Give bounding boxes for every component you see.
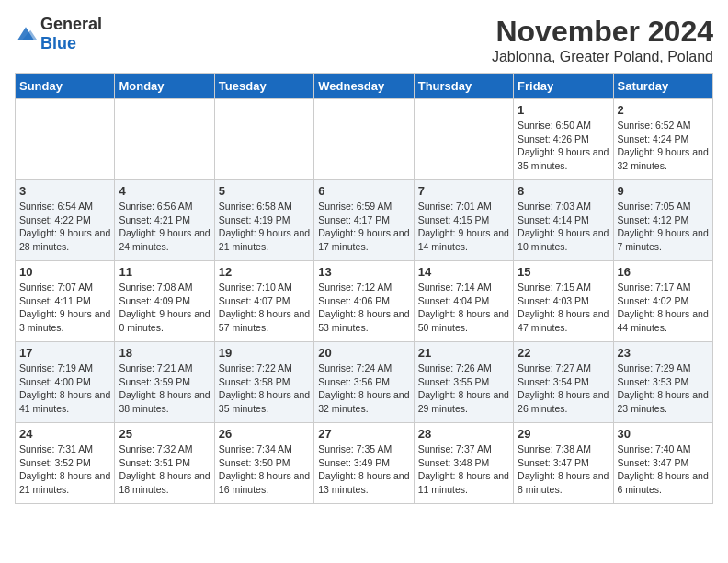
day-number: 4: [119, 184, 210, 198]
day-number: 6: [318, 184, 409, 198]
calendar-cell: 6Sunrise: 6:59 AM Sunset: 4:17 PM Daylig…: [314, 180, 414, 261]
calendar-cell: 30Sunrise: 7:40 AM Sunset: 3:47 PM Dayli…: [613, 423, 712, 504]
calendar-cell: 17Sunrise: 7:19 AM Sunset: 4:00 PM Dayli…: [16, 342, 115, 423]
calendar-cell: 24Sunrise: 7:31 AM Sunset: 3:52 PM Dayli…: [16, 423, 115, 504]
logo: General Blue: [15, 15, 102, 53]
day-info: Sunrise: 7:32 AM Sunset: 3:51 PM Dayligh…: [119, 442, 210, 497]
title-block: November 2024 Jablonna, Greater Poland, …: [492, 15, 713, 65]
day-number: 5: [219, 184, 310, 198]
day-number: 2: [618, 103, 709, 117]
day-info: Sunrise: 7:38 AM Sunset: 3:47 PM Dayligh…: [518, 442, 609, 497]
day-info: Sunrise: 7:03 AM Sunset: 4:14 PM Dayligh…: [518, 200, 609, 254]
day-number: 20: [318, 346, 409, 360]
day-info: Sunrise: 7:37 AM Sunset: 3:48 PM Dayligh…: [418, 442, 509, 497]
day-info: Sunrise: 7:35 AM Sunset: 3:49 PM Dayligh…: [318, 442, 409, 497]
calendar-cell: 18Sunrise: 7:21 AM Sunset: 3:59 PM Dayli…: [115, 342, 214, 423]
calendar-cell: [414, 99, 513, 180]
calendar-week-row: 1Sunrise: 6:50 AM Sunset: 4:26 PM Daylig…: [16, 99, 713, 180]
day-info: Sunrise: 7:10 AM Sunset: 4:07 PM Dayligh…: [219, 281, 310, 335]
logo-general: General: [40, 15, 102, 33]
day-number: 23: [618, 346, 709, 360]
day-number: 3: [19, 184, 110, 198]
day-info: Sunrise: 7:40 AM Sunset: 3:47 PM Dayligh…: [618, 442, 709, 497]
day-info: Sunrise: 6:52 AM Sunset: 4:24 PM Dayligh…: [618, 119, 709, 173]
day-info: Sunrise: 7:17 AM Sunset: 4:02 PM Dayligh…: [618, 281, 709, 335]
day-info: Sunrise: 7:29 AM Sunset: 3:53 PM Dayligh…: [618, 362, 709, 416]
calendar-cell: 13Sunrise: 7:12 AM Sunset: 4:06 PM Dayli…: [314, 261, 414, 342]
day-info: Sunrise: 6:50 AM Sunset: 4:26 PM Dayligh…: [518, 119, 609, 173]
calendar-cell: 27Sunrise: 7:35 AM Sunset: 3:49 PM Dayli…: [314, 423, 414, 504]
day-info: Sunrise: 6:58 AM Sunset: 4:19 PM Dayligh…: [219, 200, 310, 254]
calendar-cell: 21Sunrise: 7:26 AM Sunset: 3:55 PM Dayli…: [414, 342, 513, 423]
calendar-cell: [115, 99, 214, 180]
day-info: Sunrise: 6:54 AM Sunset: 4:22 PM Dayligh…: [19, 200, 110, 254]
col-wednesday: Wednesday: [314, 74, 414, 99]
day-number: 12: [219, 265, 310, 279]
calendar-cell: [214, 99, 313, 180]
calendar-cell: 2Sunrise: 6:52 AM Sunset: 4:24 PM Daylig…: [613, 99, 712, 180]
calendar-cell: 23Sunrise: 7:29 AM Sunset: 3:53 PM Dayli…: [613, 342, 712, 423]
page-header: General Blue November 2024 Jablonna, Gre…: [15, 15, 713, 65]
calendar-table: Sunday Monday Tuesday Wednesday Thursday…: [15, 73, 713, 504]
month-title: November 2024: [492, 15, 713, 49]
calendar-cell: 15Sunrise: 7:15 AM Sunset: 4:03 PM Dayli…: [514, 261, 613, 342]
day-info: Sunrise: 7:22 AM Sunset: 3:58 PM Dayligh…: [219, 362, 310, 416]
calendar-header-row: Sunday Monday Tuesday Wednesday Thursday…: [16, 74, 713, 99]
day-number: 19: [219, 346, 310, 360]
col-thursday: Thursday: [414, 74, 513, 99]
calendar-cell: 14Sunrise: 7:14 AM Sunset: 4:04 PM Dayli…: [414, 261, 513, 342]
day-number: 16: [618, 265, 709, 279]
calendar-cell: 4Sunrise: 6:56 AM Sunset: 4:21 PM Daylig…: [115, 180, 214, 261]
calendar-cell: 3Sunrise: 6:54 AM Sunset: 4:22 PM Daylig…: [16, 180, 115, 261]
col-friday: Friday: [514, 74, 613, 99]
col-saturday: Saturday: [613, 74, 712, 99]
day-number: 15: [518, 265, 609, 279]
day-info: Sunrise: 7:14 AM Sunset: 4:04 PM Dayligh…: [418, 281, 509, 335]
calendar-cell: 12Sunrise: 7:10 AM Sunset: 4:07 PM Dayli…: [214, 261, 313, 342]
day-info: Sunrise: 7:24 AM Sunset: 3:56 PM Dayligh…: [318, 362, 409, 416]
calendar-cell: 7Sunrise: 7:01 AM Sunset: 4:15 PM Daylig…: [414, 180, 513, 261]
calendar-cell: 22Sunrise: 7:27 AM Sunset: 3:54 PM Dayli…: [514, 342, 613, 423]
calendar-cell: 19Sunrise: 7:22 AM Sunset: 3:58 PM Dayli…: [214, 342, 313, 423]
day-number: 9: [618, 184, 709, 198]
day-number: 24: [19, 427, 110, 441]
day-number: 11: [119, 265, 210, 279]
day-number: 21: [418, 346, 509, 360]
day-info: Sunrise: 7:12 AM Sunset: 4:06 PM Dayligh…: [318, 281, 409, 335]
day-number: 10: [19, 265, 110, 279]
day-number: 25: [119, 427, 210, 441]
day-number: 1: [518, 103, 609, 117]
day-number: 18: [119, 346, 210, 360]
day-number: 7: [418, 184, 509, 198]
col-sunday: Sunday: [16, 74, 115, 99]
day-number: 27: [318, 427, 409, 441]
calendar-cell: 29Sunrise: 7:38 AM Sunset: 3:47 PM Dayli…: [514, 423, 613, 504]
day-number: 8: [518, 184, 609, 198]
day-info: Sunrise: 7:15 AM Sunset: 4:03 PM Dayligh…: [518, 281, 609, 335]
calendar-cell: 9Sunrise: 7:05 AM Sunset: 4:12 PM Daylig…: [613, 180, 712, 261]
calendar-cell: 11Sunrise: 7:08 AM Sunset: 4:09 PM Dayli…: [115, 261, 214, 342]
calendar-cell: 28Sunrise: 7:37 AM Sunset: 3:48 PM Dayli…: [414, 423, 513, 504]
day-info: Sunrise: 7:34 AM Sunset: 3:50 PM Dayligh…: [219, 442, 310, 497]
logo-icon: [15, 25, 37, 43]
calendar-cell: 20Sunrise: 7:24 AM Sunset: 3:56 PM Dayli…: [314, 342, 414, 423]
calendar-cell: 25Sunrise: 7:32 AM Sunset: 3:51 PM Dayli…: [115, 423, 214, 504]
day-number: 26: [219, 427, 310, 441]
col-tuesday: Tuesday: [214, 74, 313, 99]
day-number: 13: [318, 265, 409, 279]
day-info: Sunrise: 6:59 AM Sunset: 4:17 PM Dayligh…: [318, 200, 409, 254]
day-info: Sunrise: 7:27 AM Sunset: 3:54 PM Dayligh…: [518, 362, 609, 416]
day-info: Sunrise: 7:26 AM Sunset: 3:55 PM Dayligh…: [418, 362, 509, 416]
day-info: Sunrise: 7:07 AM Sunset: 4:11 PM Dayligh…: [19, 281, 110, 335]
calendar-week-row: 3Sunrise: 6:54 AM Sunset: 4:22 PM Daylig…: [16, 180, 713, 261]
day-number: 14: [418, 265, 509, 279]
calendar-week-row: 10Sunrise: 7:07 AM Sunset: 4:11 PM Dayli…: [16, 261, 713, 342]
day-number: 28: [418, 427, 509, 441]
day-info: Sunrise: 7:01 AM Sunset: 4:15 PM Dayligh…: [418, 200, 509, 254]
calendar-cell: 5Sunrise: 6:58 AM Sunset: 4:19 PM Daylig…: [214, 180, 313, 261]
day-info: Sunrise: 7:08 AM Sunset: 4:09 PM Dayligh…: [119, 281, 210, 335]
logo-text: General Blue: [40, 15, 102, 53]
day-number: 29: [518, 427, 609, 441]
calendar-cell: 10Sunrise: 7:07 AM Sunset: 4:11 PM Dayli…: [16, 261, 115, 342]
calendar-cell: [16, 99, 115, 180]
